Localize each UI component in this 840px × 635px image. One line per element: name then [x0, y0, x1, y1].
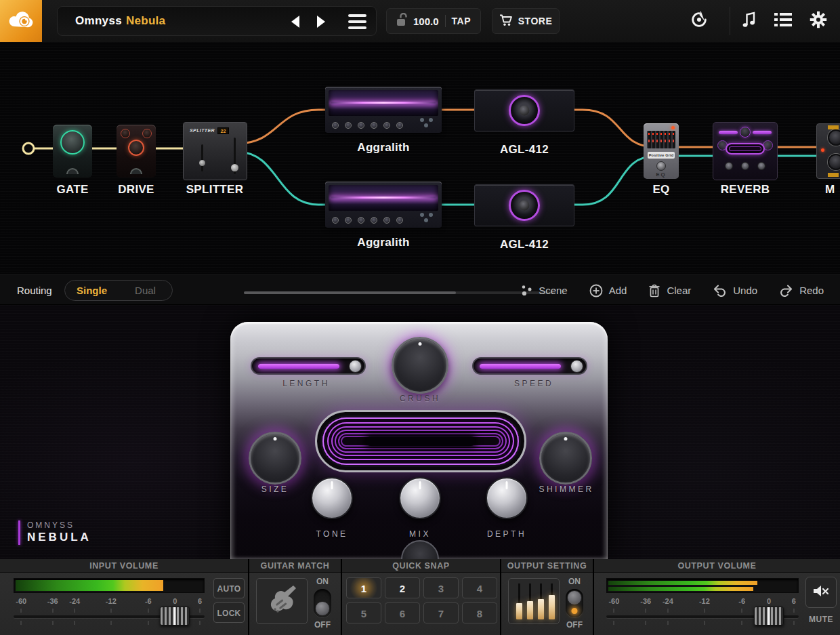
mixer-device[interactable]	[816, 123, 840, 179]
amp-top[interactable]	[325, 87, 442, 133]
amp-bottom[interactable]	[325, 182, 442, 228]
topbar-divider	[730, 7, 730, 35]
output-level-fill-right	[608, 587, 753, 591]
output-level-fill-left	[608, 581, 757, 585]
reverb-pedal[interactable]	[713, 122, 778, 180]
quick-snap-6[interactable]: 6	[385, 602, 420, 623]
plus-circle-icon	[589, 284, 603, 298]
quick-snap-2[interactable]: 2	[385, 577, 420, 598]
tap-tempo-button[interactable]: TAP	[452, 16, 471, 26]
preset-selector[interactable]: OmnyssNebula	[57, 6, 377, 36]
length-slider[interactable]	[251, 357, 366, 375]
settings-button[interactable]	[805, 8, 832, 34]
tempo-control[interactable]: 100.0 TAP	[386, 8, 481, 34]
output-level-meter	[606, 578, 799, 593]
auto-button[interactable]: AUTO	[213, 578, 245, 598]
guitar-match-toggle[interactable]	[314, 589, 331, 617]
undo-button[interactable]: Undo	[713, 284, 757, 297]
length-slider-handle[interactable]	[349, 360, 362, 373]
pedal-footswitch[interactable]	[401, 540, 439, 559]
lock-button[interactable]: LOCK	[213, 602, 245, 623]
output-setting-section: OUTPUT SETTING ON OFF	[501, 559, 593, 635]
store-button[interactable]: STORE	[492, 8, 560, 34]
quick-snap-5[interactable]: 5	[346, 602, 381, 623]
preset-title: OmnyssNebula	[58, 14, 165, 28]
store-label: STORE	[518, 16, 552, 26]
mute-label: MUTE	[804, 615, 838, 624]
unlock-icon	[396, 13, 407, 29]
eq-pedal[interactable]: Positive Grid EQ	[644, 123, 679, 179]
drive-pedal[interactable]	[117, 125, 156, 178]
output-volume-slider-handle[interactable]	[754, 607, 784, 626]
add-button[interactable]: Add	[589, 284, 627, 298]
quick-snap-section: QUICK SNAP 1 2 3 4 5 6 7 8	[342, 559, 500, 635]
guitar-match-title: GUITAR MATCH	[249, 559, 341, 573]
depth-knob[interactable]	[486, 477, 528, 519]
speed-slider[interactable]	[472, 357, 587, 375]
drive-mini-knob	[121, 129, 130, 138]
top-bar: OmnyssNebula 100.0 TAP STORE	[0, 0, 840, 42]
amp-bottom-label: Aggralith	[325, 236, 442, 249]
guitar-match-toggle-knob[interactable]	[315, 601, 330, 616]
output-setting-toggle[interactable]	[566, 589, 583, 617]
jam-tracks-button[interactable]	[736, 8, 763, 34]
quick-snap-4[interactable]: 4	[462, 577, 497, 598]
nebula-display-slot	[366, 436, 476, 446]
redo-button[interactable]: Redo	[779, 284, 824, 297]
chain-scrollbar[interactable]	[244, 291, 555, 294]
quick-snap-1[interactable]: 1	[346, 577, 381, 598]
amp-top-label: Aggralith	[325, 141, 442, 155]
splitter-level-slider	[234, 138, 236, 174]
quick-snap-3[interactable]: 3	[423, 577, 459, 598]
output-sliders-icon	[509, 579, 559, 623]
output-setting-button[interactable]	[508, 578, 560, 624]
routing-mode-toggle[interactable]: Single Dual	[64, 280, 173, 301]
quick-snap-7[interactable]: 7	[423, 602, 459, 623]
mute-button[interactable]	[805, 577, 837, 608]
scene-icon	[521, 284, 532, 297]
routing-mode-dual[interactable]: Dual	[119, 285, 172, 296]
size-knob[interactable]	[249, 432, 301, 485]
mixer-knob-top	[828, 129, 840, 146]
next-preset-button[interactable]	[317, 16, 325, 28]
redo-icon	[779, 284, 793, 297]
tone-knob[interactable]	[311, 477, 353, 519]
setlist-button[interactable]	[770, 8, 797, 34]
routing-mode-single[interactable]: Single	[65, 285, 119, 296]
output-volume-title: OUTPUT VOLUME	[594, 559, 840, 573]
routing-label: Routing	[17, 275, 52, 306]
output-setting-toggle-knob[interactable]	[567, 590, 582, 605]
cab-top-speaker	[509, 95, 540, 126]
pedal-editor-stage: OMNYSS NEBULA LENGTH SPEED CRUSH SIZE SH…	[0, 305, 840, 559]
cart-icon	[499, 14, 513, 28]
mixer-tag-bottom	[828, 173, 839, 177]
splitter-device[interactable]: SPLITTER 22	[183, 122, 247, 180]
preset-bank-name: Omnyss	[75, 14, 122, 27]
guitar-icon	[264, 581, 300, 621]
cloud-logo-icon	[7, 5, 35, 37]
bottom-control-bar: INPUT VOLUME -60-36-24-12-606 AUTO LOCK …	[0, 559, 840, 635]
cab-bottom[interactable]	[474, 184, 574, 226]
mix-knob[interactable]	[399, 477, 441, 519]
shimmer-knob[interactable]	[539, 432, 592, 485]
history-button[interactable]	[686, 8, 713, 34]
app-logo-button[interactable]	[0, 0, 42, 42]
mixer-knob-bottom	[828, 154, 840, 170]
input-level-fill	[16, 580, 163, 591]
gate-pedal[interactable]	[53, 125, 92, 178]
quick-snap-8[interactable]: 8	[462, 602, 497, 623]
previous-preset-button[interactable]	[291, 16, 299, 28]
input-volume-slider-handle[interactable]	[160, 607, 190, 626]
app-window: OmnyssNebula 100.0 TAP STORE	[0, 0, 840, 635]
speed-slider-handle[interactable]	[570, 360, 583, 373]
cab-top[interactable]	[474, 89, 574, 131]
output-setting-title: OUTPUT SETTING	[501, 559, 593, 573]
preset-menu-icon[interactable]	[348, 14, 366, 29]
chain-scrollbar-thumb[interactable]	[244, 291, 456, 294]
clear-button[interactable]: Clear	[648, 284, 691, 298]
scene-button[interactable]: Scene	[521, 284, 568, 297]
drive-label: DRIVE	[105, 183, 167, 197]
guitar-match-button[interactable]	[256, 578, 308, 624]
crush-knob[interactable]	[392, 337, 448, 394]
output-volume-section: OUTPUT VOLUME -60-36-24-12-606	[594, 559, 840, 635]
